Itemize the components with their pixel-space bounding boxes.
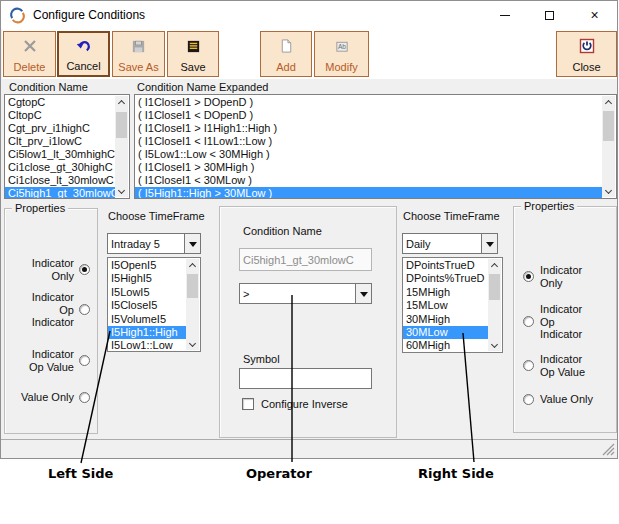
list-item[interactable]: Cgt_prv_i1highC (5, 122, 115, 135)
right-side-annotation: Right Side (418, 466, 494, 481)
left-side-annotation: Left Side (48, 466, 113, 481)
right-radio-value-only[interactable]: Value Only (523, 393, 593, 406)
scroll-thumb[interactable] (603, 111, 614, 141)
radio-icon[interactable] (523, 316, 534, 327)
radio-icon[interactable] (79, 264, 90, 275)
chevron-down-icon[interactable] (355, 284, 371, 303)
condition-expanded-listbox: ( I1CloseI1 > DOpenD )( I1CloseI1 < DOpe… (134, 94, 617, 199)
list-item[interactable]: ( I1CloseI1 < 30MLow ) (135, 174, 602, 187)
list-item[interactable]: Ci1close_gt_30highC (5, 161, 115, 174)
save-as-button[interactable]: Save As (112, 31, 165, 77)
list-item[interactable]: DPoints%TrueD (403, 272, 488, 285)
list-item[interactable]: ( I1CloseI1 < I1Low1::Low ) (135, 135, 602, 148)
list-item[interactable]: ( I1CloseI1 > I1High1::High ) (135, 122, 602, 135)
left-timeframe-dropdown[interactable]: Intraday 5 (107, 233, 201, 254)
toolbar: Delete Cancel (2, 29, 617, 79)
list-item[interactable]: 15MHigh (403, 286, 488, 299)
left-radio-value-only[interactable]: Value Only (21, 391, 90, 404)
scroll-track[interactable] (186, 271, 199, 338)
scroll-thumb[interactable] (187, 274, 198, 298)
condition-expanded-scrollbar[interactable] (602, 96, 615, 197)
page: Configure Conditions × Delete (0, 0, 619, 524)
radio-icon[interactable] (79, 355, 90, 366)
left-radio-indicator-op-value[interactable]: Indicator Op Value (29, 348, 90, 373)
list-item[interactable]: 30MLow (403, 326, 488, 339)
left-properties-group: Properties Indicator Only Indicator Op I… (4, 208, 98, 434)
right-timeframe-listbox: DPointsTrueDDPoints%TrueD15MHigh15MLow30… (402, 257, 503, 353)
radio-icon[interactable] (523, 360, 534, 371)
list-item[interactable]: I5LowI5 (108, 286, 186, 299)
scroll-down-icon[interactable] (186, 338, 199, 350)
svg-text:Ab: Ab (337, 43, 345, 50)
close-button[interactable]: Close (556, 31, 617, 77)
condition-name-scrollbar[interactable] (115, 96, 128, 197)
scroll-thumb[interactable] (489, 274, 500, 300)
list-item[interactable]: ( I5High1::High > 30MLow ) (135, 187, 602, 199)
list-item[interactable]: I5HighI5 (108, 272, 186, 285)
right-radio-indicator-only[interactable]: Indicator Only (523, 264, 582, 289)
left-radio-indicator-op-indicator[interactable]: Indicator Op Indicator (32, 291, 90, 329)
list-item[interactable]: I5High1::High (108, 326, 186, 339)
close-window-button[interactable]: × (572, 1, 617, 29)
radio-icon[interactable] (79, 392, 90, 403)
list-item[interactable]: Ci5high1_gt_30mlowC (5, 187, 115, 199)
resize-grip[interactable] (602, 443, 615, 456)
list-item[interactable]: CgtopC (5, 96, 115, 109)
delete-button[interactable]: Delete (3, 31, 56, 77)
list-item[interactable]: ( I5Low1::Low < 30MHigh ) (135, 148, 602, 161)
scroll-up-icon[interactable] (488, 259, 501, 271)
scroll-up-icon[interactable] (115, 96, 128, 108)
scroll-track[interactable] (115, 108, 128, 185)
condition-name-field[interactable] (239, 248, 372, 271)
add-button[interactable]: Add (260, 31, 312, 77)
list-item[interactable]: CltopC (5, 109, 115, 122)
chevron-down-icon[interactable] (481, 234, 497, 253)
right-radio-indicator-op-indicator[interactable]: Indicator Op Indicator (523, 303, 582, 341)
radio-icon[interactable] (523, 271, 534, 282)
list-item[interactable]: I5Low1::Low (108, 339, 186, 352)
list-item[interactable]: I5OpenI5 (108, 259, 186, 272)
right-timeframe-dropdown[interactable]: Daily (402, 233, 498, 254)
operator-dropdown[interactable]: > (239, 283, 372, 304)
scroll-up-icon[interactable] (602, 96, 615, 108)
left-radio-indicator-only[interactable]: Indicator Only (32, 257, 90, 282)
list-item[interactable]: 15MLow (403, 299, 488, 312)
left-timeframe-scrollbar[interactable] (186, 259, 199, 350)
scroll-down-icon[interactable] (488, 339, 501, 351)
right-timeframe-scrollbar[interactable] (488, 259, 501, 351)
minimize-button[interactable] (482, 1, 527, 29)
scroll-track[interactable] (488, 271, 501, 339)
scroll-thumb[interactable] (116, 112, 127, 138)
condition-name-header: Condition Name (9, 81, 88, 93)
symbol-label: Symbol (243, 353, 280, 365)
modify-button[interactable]: Ab Modify (314, 31, 369, 77)
chevron-down-icon[interactable] (184, 234, 200, 253)
scroll-down-icon[interactable] (115, 185, 128, 197)
scroll-up-icon[interactable] (186, 259, 199, 271)
list-item[interactable]: Clt_prv_i1lowC (5, 135, 115, 148)
list-item[interactable]: ( I1CloseI1 > DOpenD ) (135, 96, 602, 109)
checkbox-icon[interactable] (242, 398, 254, 410)
symbol-input[interactable] (239, 368, 372, 389)
list-item[interactable]: Ci1close_lt_30mlowC (5, 174, 115, 187)
list-item[interactable]: I5CloseI5 (108, 299, 186, 312)
list-item[interactable]: 30MHigh (403, 313, 488, 326)
power-close-icon (579, 37, 595, 55)
list-item[interactable]: ( I1CloseI1 < DOpenD ) (135, 109, 602, 122)
list-item[interactable]: ( I1CloseI1 > 30MHigh ) (135, 161, 602, 174)
list-item[interactable]: Ci5low1_lt_30mhighC (5, 148, 115, 161)
save-button[interactable]: Save (167, 31, 219, 77)
undo-arrow-icon (76, 38, 92, 56)
cancel-button[interactable]: Cancel (57, 31, 110, 77)
list-item[interactable]: 60MHigh (403, 339, 488, 352)
scroll-down-icon[interactable] (602, 185, 615, 197)
scroll-track[interactable] (602, 108, 615, 185)
left-timeframe-items: I5OpenI5I5HighI5I5LowI5I5CloseI5I5Volume… (108, 259, 186, 352)
configure-inverse-checkbox-row[interactable]: Configure Inverse (242, 398, 348, 410)
radio-icon[interactable] (523, 394, 534, 405)
list-item[interactable]: I5VolumeI5 (108, 313, 186, 326)
maximize-button[interactable] (527, 1, 572, 29)
radio-icon[interactable] (79, 304, 90, 315)
right-radio-indicator-op-value[interactable]: Indicator Op Value (523, 353, 585, 378)
list-item[interactable]: DPointsTrueD (403, 259, 488, 272)
